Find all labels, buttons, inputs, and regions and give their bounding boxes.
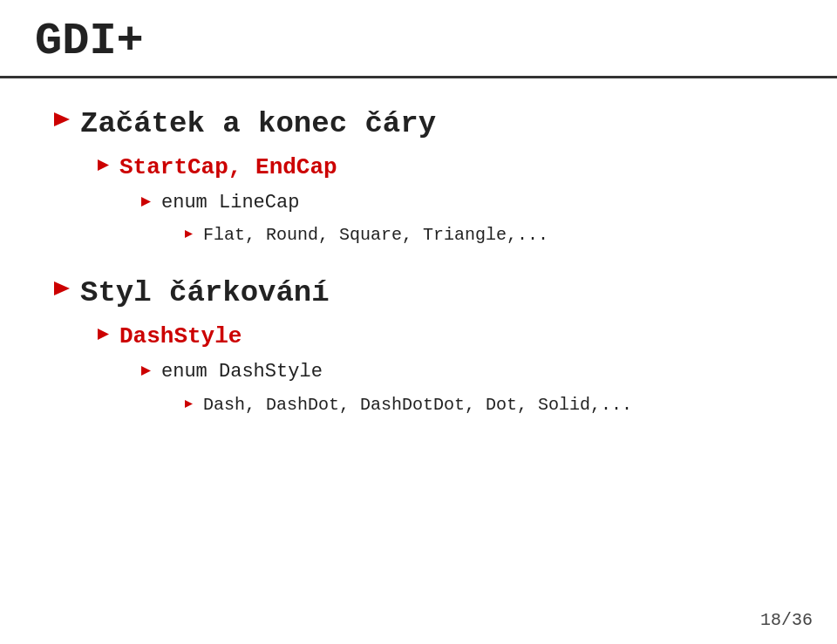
slide: GDI+ Začátek a konec čáry StartCap, EndC… [0,0,837,644]
section1-level4: Flat, Round, Square, Triangle,... [183,225,802,246]
section2-level2: DashStyle [96,323,802,350]
section1-level4-text: Flat, Round, Square, Triangle,... [203,225,548,246]
svg-marker-6 [141,366,151,376]
arrow-icon-5 [52,279,71,298]
section1-level3-text: enum LineCap [161,192,299,214]
arrow-icon-1 [52,110,71,129]
section1-level3: enum LineCap [140,192,802,214]
svg-marker-7 [185,400,193,408]
arrow-icon-4 [183,228,194,240]
arrow-icon-2 [96,158,111,173]
svg-marker-3 [185,230,193,238]
svg-marker-4 [54,281,70,295]
section1-level2-text: StartCap, EndCap [119,154,337,181]
section2-level1: Styl čárkování [52,275,802,311]
section2-level3: enum DashStyle [140,361,802,383]
arrow-icon-3 [140,195,153,208]
slide-title: GDI+ [35,16,144,67]
svg-marker-5 [98,329,109,340]
arrow-icon-6 [96,327,111,342]
section2-level4: Dash, DashDot, DashDotDot, Dot, Solid,..… [183,395,802,416]
svg-marker-1 [98,159,109,171]
content-area: Začátek a konec čáry StartCap, EndCap en… [0,78,837,644]
header-bar: GDI+ [0,0,837,78]
svg-marker-0 [54,112,70,126]
arrow-icon-7 [140,364,153,377]
section2-level3-text: enum DashStyle [161,361,323,383]
section1-level1-text: Začátek a konec čáry [80,106,436,142]
section2-level4-text: Dash, DashDot, DashDotDot, Dot, Solid,..… [203,395,632,416]
svg-marker-2 [141,197,151,207]
section2-level1-text: Styl čárkování [80,275,330,311]
arrow-icon-8 [183,398,194,410]
section2-level2-text: DashStyle [119,323,242,350]
section1-level1: Začátek a konec čáry [52,106,802,142]
page-number: 18/36 [760,610,813,630]
section1-level2: StartCap, EndCap [96,154,802,181]
